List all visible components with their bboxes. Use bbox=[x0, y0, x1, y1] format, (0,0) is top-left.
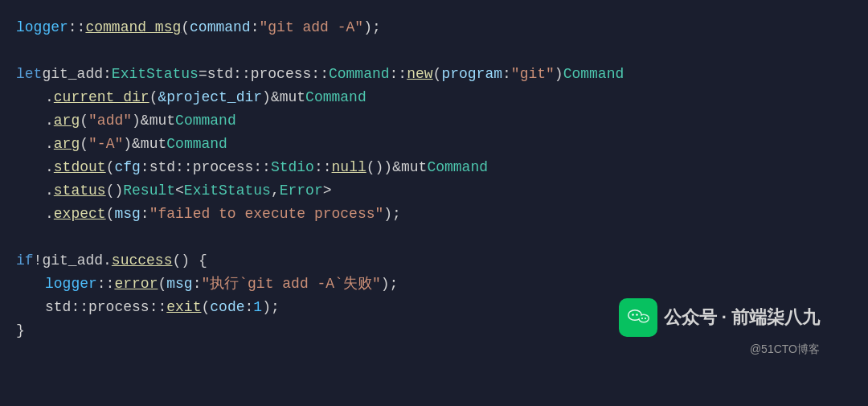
code-token: code bbox=[210, 296, 244, 319]
code-token: success bbox=[112, 249, 173, 273]
code-token: :: bbox=[175, 156, 193, 179]
code-token: ( bbox=[181, 16, 190, 39]
code-token: Command bbox=[305, 86, 366, 109]
code-line-11: if !git_add.success() { bbox=[16, 249, 852, 273]
code-token: ( bbox=[80, 109, 88, 133]
code-token: logger bbox=[45, 273, 97, 296]
code-token: std bbox=[207, 63, 233, 86]
code-token: : bbox=[245, 296, 254, 319]
code-token: . bbox=[45, 86, 54, 109]
code-token: :: bbox=[314, 156, 332, 179]
wechat-area: 公众号 · 前端柒八九 bbox=[619, 298, 820, 337]
code-token: exit bbox=[166, 296, 201, 319]
code-token: expect bbox=[54, 203, 106, 226]
code-token: ! bbox=[34, 249, 43, 273]
code-token: :: bbox=[149, 296, 167, 319]
code-token: : bbox=[502, 63, 511, 86]
code-token: "git" bbox=[511, 63, 555, 86]
code-token: . bbox=[45, 179, 54, 203]
code-token: git_add bbox=[42, 249, 103, 273]
svg-point-3 bbox=[632, 314, 633, 315]
code-token: : bbox=[251, 16, 260, 39]
code-token: ExitStatus bbox=[184, 179, 271, 203]
code-token: null bbox=[332, 156, 366, 179]
code-token: () { bbox=[172, 249, 207, 273]
code-token: arg bbox=[54, 133, 80, 156]
code-token: "add" bbox=[88, 109, 132, 133]
code-token: "git add -A" bbox=[260, 16, 364, 39]
code-line-12: logger::error(msg: "执行`git add -A`失败"); bbox=[45, 273, 852, 296]
code-token: ) bbox=[123, 133, 132, 156]
code-token: ) bbox=[262, 86, 271, 109]
code-token: stdout bbox=[54, 156, 106, 179]
code-token: } bbox=[16, 319, 25, 342]
code-token: Result bbox=[123, 179, 175, 203]
code-token: new bbox=[407, 63, 432, 86]
code-token: ); bbox=[363, 16, 381, 39]
code-token: . bbox=[45, 133, 54, 156]
code-line-8: .status() Result<ExitStatus, Error> bbox=[45, 179, 852, 203]
code-token: ( bbox=[106, 203, 115, 226]
code-token: ( bbox=[80, 133, 88, 156]
code-line-6: .arg("-A") &mut Command bbox=[45, 133, 852, 156]
svg-point-7 bbox=[645, 318, 646, 319]
code-token: Stdio bbox=[271, 156, 314, 179]
code-token: ExitStatus bbox=[112, 63, 199, 86]
code-token: command_msg bbox=[85, 16, 181, 39]
watermark-title: 公众号 · 前端柒八九 bbox=[664, 303, 820, 331]
code-token: cfg bbox=[114, 156, 140, 179]
svg-point-4 bbox=[636, 314, 637, 315]
code-token: "执行`git add -A`失败" bbox=[201, 273, 380, 296]
code-token: std bbox=[149, 156, 175, 179]
code-token: "failed to execute process" bbox=[149, 203, 384, 226]
code-token: msg bbox=[114, 203, 140, 226]
code-token: :: bbox=[233, 63, 251, 86]
code-token: process bbox=[251, 63, 312, 86]
code-token: ( bbox=[201, 296, 210, 319]
code-token: :: bbox=[253, 156, 271, 179]
code-token: Command bbox=[175, 109, 236, 133]
code-token: Command bbox=[329, 63, 390, 86]
code-token: ( bbox=[433, 63, 442, 86]
code-line-9: .expect(msg: "failed to execute process"… bbox=[45, 203, 852, 226]
code-token: process bbox=[193, 156, 254, 179]
code-token: if bbox=[16, 249, 34, 273]
code-token: git_add bbox=[42, 63, 103, 86]
code-token: ()) bbox=[366, 156, 392, 179]
code-token: :: bbox=[97, 273, 115, 296]
blank-line-2 bbox=[16, 226, 852, 249]
code-token: msg bbox=[166, 273, 192, 296]
blank-line bbox=[16, 39, 852, 63]
code-token: ); bbox=[262, 296, 280, 319]
code-token: Command bbox=[563, 63, 624, 86]
wechat-icon bbox=[619, 298, 657, 337]
code-token: &mut bbox=[141, 109, 175, 133]
code-token: &mut bbox=[392, 156, 427, 179]
code-line-1: logger::command_msg(command: "git add -A… bbox=[16, 16, 852, 39]
svg-point-2 bbox=[628, 310, 641, 319]
code-token: let bbox=[16, 63, 42, 86]
code-token: ( bbox=[106, 156, 115, 179]
code-token: < bbox=[175, 179, 184, 203]
svg-point-5 bbox=[639, 315, 648, 322]
watermark: 公众号 · 前端柒八九 @51CTO博客 bbox=[619, 298, 820, 358]
code-token: &project_dir bbox=[158, 86, 262, 109]
code-token: ( bbox=[149, 86, 158, 109]
code-token: : bbox=[141, 156, 149, 179]
code-token: , bbox=[271, 179, 280, 203]
code-token: : bbox=[141, 203, 149, 226]
code-token: :: bbox=[68, 16, 86, 39]
code-line-4: .current_dir(&project_dir) &mut Command bbox=[45, 86, 852, 109]
code-token: Command bbox=[427, 156, 488, 179]
code-token: . bbox=[45, 156, 54, 179]
code-token: ( bbox=[158, 273, 166, 296]
code-token: current_dir bbox=[54, 86, 149, 109]
code-token: status bbox=[54, 179, 106, 203]
code-token: . bbox=[103, 249, 112, 273]
code-token: &mut bbox=[271, 86, 305, 109]
code-token: 1 bbox=[253, 296, 262, 319]
code-token: ); bbox=[381, 273, 399, 296]
code-line-5: .arg("add") &mut Command bbox=[45, 109, 852, 133]
code-token: > bbox=[323, 179, 332, 203]
code-token: ); bbox=[383, 203, 401, 226]
